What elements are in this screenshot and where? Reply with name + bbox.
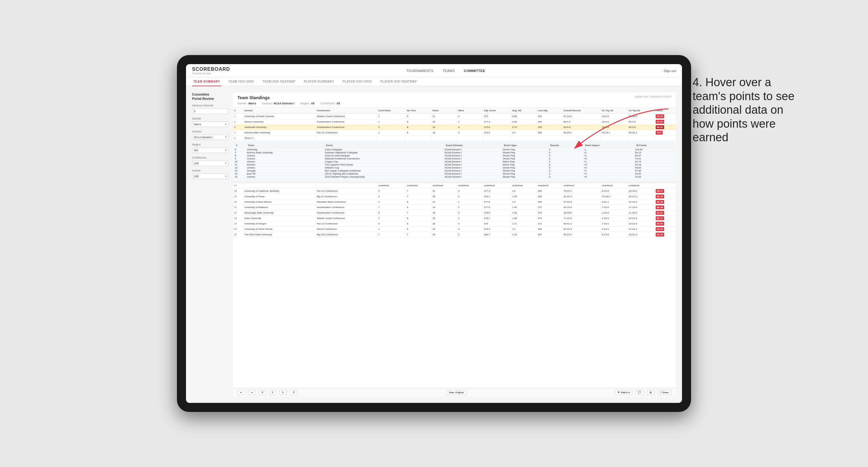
vs-top25-cell: 13-23-2 bbox=[600, 194, 627, 199]
gender-label: Gender bbox=[192, 117, 228, 120]
sub-nav-team-summary[interactable]: TEAM SUMMARY bbox=[192, 77, 221, 86]
rnds-cell: 20 bbox=[431, 232, 457, 238]
filter-conference-value: All bbox=[336, 102, 340, 105]
tt-team: Univers bbox=[247, 157, 325, 160]
avg-sg-cell: 1.5 bbox=[511, 199, 536, 205]
nav-tournaments[interactable]: TOURNAMENTS bbox=[406, 68, 433, 74]
share-button[interactable]: ⤴ Share bbox=[657, 390, 672, 395]
tt-rank: 13 bbox=[235, 169, 247, 173]
school-select[interactable]: (All) bbox=[192, 174, 228, 179]
wins-cell: 0 bbox=[457, 194, 483, 199]
tt-event: Ben Hogan Collegiate Invitational bbox=[325, 169, 444, 173]
table-row: 22 Mississippi State University Southeas… bbox=[233, 210, 676, 216]
avg-sg-cell: 1.71 bbox=[511, 221, 536, 226]
points-cell[interactable]: 80.71 bbox=[654, 216, 676, 221]
annotate-button[interactable]: ✎ bbox=[279, 390, 287, 395]
division-select[interactable]: NCAA Division I bbox=[192, 134, 228, 140]
low-adj-cell: undefined bbox=[536, 183, 562, 188]
tt-event: Williams Cup bbox=[325, 166, 444, 169]
division-label: Division bbox=[192, 130, 228, 133]
points-cell[interactable]: 88.48 bbox=[654, 205, 676, 210]
no-tour-cell: 7 bbox=[406, 210, 431, 216]
conference-cell: Atlantic Coast Conference bbox=[315, 114, 377, 119]
tt-event-div: NCAA Division I bbox=[444, 169, 503, 173]
rnds-cell: 25 bbox=[431, 194, 457, 199]
gender-select[interactable]: Men's bbox=[192, 122, 228, 127]
conference-select[interactable]: (All) bbox=[192, 161, 228, 166]
overall-record-cell: 87-22-3 bbox=[562, 226, 601, 232]
table-row: 24 University of Oregon Pac-12 Conferenc… bbox=[233, 221, 676, 226]
school-cell: Duke University bbox=[243, 216, 315, 221]
vs-top25-cell: 7-19-1 bbox=[600, 221, 627, 226]
comment-button[interactable]: 💬 bbox=[636, 390, 644, 395]
col-conf-rank: Conf Rank bbox=[377, 108, 406, 114]
low-adj-cell: 271 bbox=[536, 221, 562, 226]
school-cell: University of Oregon bbox=[243, 221, 315, 226]
conference-cell bbox=[315, 135, 377, 141]
rnds-cell: 13 bbox=[431, 205, 457, 210]
conf-rank-cell: 5 bbox=[377, 221, 406, 226]
min-rounds-input[interactable] bbox=[192, 108, 228, 114]
points-cell[interactable]: 88.70 bbox=[654, 194, 676, 199]
points-cell[interactable]: 80.54 bbox=[654, 221, 676, 226]
no-tour-cell: 8 bbox=[406, 226, 431, 232]
sub-nav-player-summary[interactable]: PLAYER SUMMARY bbox=[303, 77, 335, 86]
col-no-tour: No Tour bbox=[406, 108, 431, 114]
overall-record-cell: 42-10-0 bbox=[562, 205, 601, 210]
tt-event-div: NCAA Division I bbox=[444, 148, 503, 151]
low-adj-cell: 274 bbox=[536, 216, 562, 221]
school-cell: University of California, Berkeley bbox=[243, 188, 315, 194]
school-cell: University of North Florida bbox=[243, 226, 315, 232]
tt-event: National Invitational Tournament bbox=[325, 157, 444, 160]
wins-cell: 1 bbox=[457, 216, 483, 221]
tt-rounds: 3 bbox=[549, 166, 584, 169]
points-cell[interactable]: 83.81 bbox=[654, 210, 676, 216]
wins-cell: 4 bbox=[457, 125, 483, 130]
sign-out-button[interactable]: Sign out bbox=[664, 69, 676, 72]
watch-button[interactable]: 👁 Watch ▾ bbox=[615, 390, 632, 395]
tt-rank: 9 bbox=[235, 157, 247, 160]
low-adj-cell: 269 bbox=[536, 226, 562, 232]
sub-nav-team-h2h-heatmap[interactable]: TEAM H2H HEATMAP bbox=[261, 77, 297, 86]
col-conference: Conference bbox=[315, 108, 377, 114]
wins-cell: 0 bbox=[457, 232, 483, 238]
conference-cell: Southeastern Conference bbox=[315, 205, 377, 210]
toolbar-center: View: Original bbox=[446, 390, 466, 395]
points-cell[interactable]: 83.89 bbox=[654, 226, 676, 232]
rnds-cell: 22 bbox=[431, 199, 457, 205]
sub-nav-team-h2h-grid[interactable]: TEAM H2H GRID bbox=[227, 77, 255, 86]
undo-button[interactable]: ↩ bbox=[238, 390, 245, 395]
adj-score-cell: 278 bbox=[483, 221, 510, 226]
rank-cell: 2 bbox=[233, 119, 243, 125]
tt-rank-impact: +0 bbox=[584, 163, 635, 166]
time-button[interactable]: ⏱ bbox=[290, 390, 298, 395]
view-original-button[interactable]: View: Original bbox=[446, 390, 466, 395]
col-school: School bbox=[243, 108, 315, 114]
table-row: 17 undefined undefined undefined undefin… bbox=[233, 183, 676, 188]
filter-region-label: Region: bbox=[300, 102, 310, 105]
nav-committee[interactable]: COMMITTEE bbox=[464, 68, 486, 74]
sub-nav-player-h2h-grid[interactable]: PLAYER H2H GRID bbox=[341, 77, 373, 86]
points-cell[interactable]: 88.49 bbox=[654, 199, 676, 205]
school-cell: Arizona State University bbox=[243, 130, 315, 135]
points-cell[interactable] bbox=[654, 183, 676, 188]
avg-sg-cell: 1.22 bbox=[511, 232, 536, 238]
region-select[interactable]: N/A bbox=[192, 148, 228, 153]
rank-cell: 22 bbox=[233, 210, 243, 216]
redo-button[interactable]: ↪ bbox=[248, 390, 255, 395]
copy-button[interactable]: ⎘ bbox=[269, 390, 276, 395]
wins-cell: 0 bbox=[457, 221, 483, 226]
vs-top50-cell: 19-21-0 bbox=[627, 232, 654, 238]
reset-button[interactable]: ↺ bbox=[258, 390, 266, 395]
low-adj-cell: 266 bbox=[536, 194, 562, 199]
tt-col-event-div: Event Division bbox=[444, 143, 503, 148]
no-tour-cell: 7 bbox=[406, 188, 431, 194]
sub-nav-player-h2h-heatmap[interactable]: PLAYER H2H HEATMAP bbox=[379, 77, 418, 86]
rnds-cell: 18 bbox=[431, 221, 457, 226]
conference-cell: Mountain West Conference bbox=[315, 199, 377, 205]
grid-button[interactable]: ⊞ bbox=[647, 390, 654, 395]
points-cell[interactable]: 80.94 bbox=[654, 232, 676, 238]
nav-teams[interactable]: TEAMS bbox=[442, 68, 455, 74]
share-label: Share bbox=[662, 391, 669, 394]
points-cell[interactable]: 88.07 bbox=[654, 188, 676, 194]
